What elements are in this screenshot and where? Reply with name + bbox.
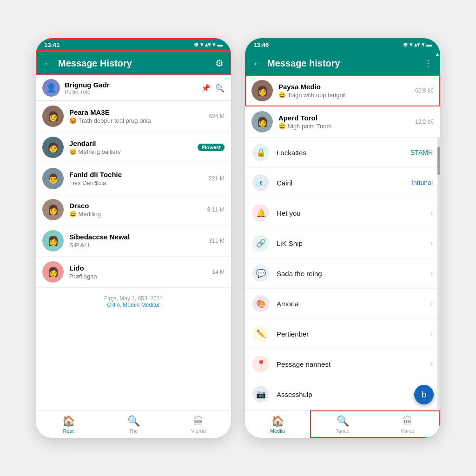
chevron-pessage: › <box>430 360 433 368</box>
contact-info-paysa: Paysa Medio 😄 Toign with opp farignil <box>278 83 410 99</box>
left-nav-the-label: The <box>129 428 138 434</box>
menu-label-assesshulp: Assesshulp <box>277 390 423 398</box>
menu-label-sadareing: Sada the reing <box>277 270 423 278</box>
right-menu-list: 🔒 Locka¢es STAMH 📧 Cairil Inttunal 🔔 Het… <box>245 138 440 410</box>
chevron-hetyou: › <box>430 209 433 217</box>
contact-item-aperd[interactable]: 👩 Aperd Torol 😄 Nigh paim Tuom 12!2 b6 <box>245 106 440 138</box>
avatar-sibedaccse: 👩 <box>42 230 64 251</box>
scrollbar-track <box>437 138 440 410</box>
chevron-amoria: › <box>430 299 433 308</box>
scrollbar-thumb[interactable] <box>437 147 440 175</box>
back-button-right[interactable]: ← <box>252 58 262 69</box>
menu-value-lockares: STAMH <box>410 149 433 156</box>
search-nav-icon-right: 🔍 <box>337 415 349 427</box>
left-phone: 13:41 ⊕▾▴▾▾▬ ← Message History ⚙ 👤 Brign… <box>36 38 231 438</box>
fab-button[interactable]: b <box>414 385 434 404</box>
link-icon: 🔗 <box>252 235 269 251</box>
contact-item-sibedaccse[interactable]: 👩 Sibedaccse Newal SIP ALL 311 M <box>36 225 231 257</box>
edit-icon: ✏️ <box>252 325 269 342</box>
contact-msg-sibedaccse: SIP ALL <box>69 242 204 249</box>
contact-time-lido: 14 M <box>212 269 225 275</box>
left-contact-list: 👩 Peara MA3E 😡 Trath deopur teal prug on… <box>36 101 231 410</box>
contact-msg-drsco: 😄 Mediling <box>69 211 202 218</box>
search-nav-icon-left: 🔍 <box>127 415 140 427</box>
bell-icon: 🔔 <box>252 205 269 221</box>
left-time: 13:41 <box>44 41 60 48</box>
contact-info-peara: Peara MA3E 😡 Trath deopur teal prug onla <box>69 108 204 124</box>
more-options-button[interactable]: ⋮ <box>423 58 433 69</box>
menu-item-cairil[interactable]: 📧 Cairil Inttunal <box>245 168 440 198</box>
left-app-bar: ← Message History ⚙ <box>36 51 231 75</box>
search-name: Brignug Gadr <box>65 81 197 89</box>
left-nav-the[interactable]: 🔍 The <box>101 410 166 438</box>
left-nav-reat[interactable]: 🏠 Reat <box>36 410 101 438</box>
contact-item-peara[interactable]: 👩 Peara MA3E 😡 Trath deopur teal prug on… <box>36 101 231 132</box>
palette-icon: 🎨 <box>252 295 269 312</box>
highlighted-contact[interactable]: 👩 Paysa Medio 😄 Toign with opp farignil … <box>245 75 440 106</box>
right-app-title: Message history <box>267 58 418 69</box>
left-app-title: Message History <box>58 58 210 69</box>
left-nav-vierue[interactable]: 🏛 Vierue <box>166 410 231 438</box>
search-actions: 📌 🔍 <box>201 84 225 93</box>
avatar-fanld: 👨 <box>42 168 64 189</box>
left-footer: Firgs, May 1, 853, 2011 Oiltio, Momin Me… <box>36 288 231 316</box>
contact-time-drsco: 8:11-M <box>207 206 225 213</box>
contact-name-lido: Lido <box>69 264 206 272</box>
home-icon-left: 🏠 <box>62 415 75 427</box>
contact-info-sibedaccse: Sibedaccse Newal SIP ALL <box>69 233 204 249</box>
footer-line1: Firgs, May 1, 853, 2011 <box>43 295 224 302</box>
contact-msg-peara: 😡 Trath deopur teal prug onla <box>69 117 204 124</box>
search-sub: Pollic, rolo <box>65 89 197 95</box>
search-info: Brignug Gadr Pollic, rolo <box>65 81 197 95</box>
menu-item-amoria[interactable]: 🎨 Amoria › <box>245 289 440 319</box>
menu-item-sadareing[interactable]: 💬 Sada the reing › <box>245 258 440 289</box>
contact-name-aperd: Aperd Torol <box>278 114 410 122</box>
contact-msg-paysa: 😄 Toign with opp farignil <box>278 92 410 99</box>
right-nav-karce[interactable]: 🏛 Karce <box>375 410 440 438</box>
left-nav-vierue-label: Vierue <box>191 428 206 434</box>
pin-icon-right: 📍 <box>252 356 269 372</box>
search-icon-left[interactable]: 🔍 <box>215 84 225 93</box>
menu-value-cairil: Inttunal <box>411 179 433 186</box>
avatar-lido: 👩 <box>42 261 64 283</box>
left-status-icons: ⊕▾▴▾▾▬ <box>194 41 223 48</box>
contact-item-fanld[interactable]: 👨 Fanld dli Tochie Fies Denl$oia 221-M <box>36 163 231 194</box>
menu-label-amoria: Amoria <box>277 300 423 308</box>
right-status-icons: ⊕▾▴▾▾▬ <box>403 41 432 48</box>
menu-label-pessage: Pessage riannest <box>277 360 423 368</box>
profile-avatar: 👤 <box>42 79 60 97</box>
right-time: 13:46 <box>253 41 269 48</box>
pin-icon[interactable]: 📌 <box>201 84 211 93</box>
settings-button[interactable]: ⚙ <box>215 58 224 69</box>
contact-msg-aperd: 😄 Nigh paim Tuom <box>278 123 410 130</box>
contact-item-lido[interactable]: 👩 Lido Prøffiagaa 14 M <box>36 257 231 288</box>
footer-line2[interactable]: Oiltio, Momin Meditur <box>43 302 224 308</box>
right-nav-medilu[interactable]: 🏠 Medilu <box>245 410 310 438</box>
menu-item-diye[interactable]: 👤 Diye › <box>245 410 440 410</box>
right-phone: History Momore ↙ 13:46 ⊕▾▴▾▾▬ ← Message … <box>245 38 440 438</box>
menu-item-likship[interactable]: 🔗 LiK Ship › <box>245 228 440 258</box>
left-bottom-nav: 🏠 Reat 🔍 The 🏛 Vierue <box>36 410 231 438</box>
right-app-bar: ← Message history ⋮ ▲ <box>245 51 440 75</box>
contact-time-paysa: 62!8 b6 <box>415 87 434 94</box>
contact-item-drsco[interactable]: 👩 Drsco 😄 Mediling 8:11-M <box>36 194 231 225</box>
contact-time-aperd: 12!2 b6 <box>415 119 434 125</box>
avatar-peara: 👩 <box>42 106 64 127</box>
contact-name-paysa: Paysa Medio <box>278 83 410 91</box>
menu-item-assesshulp[interactable]: 📷 Assesshulp › <box>245 379 440 410</box>
right-nav-medilu-label: Medilu <box>270 428 285 434</box>
menu-item-pertienber[interactable]: ✏️ Pertienber › <box>245 319 440 349</box>
contact-item-jendaril[interactable]: 🧑 Jendaril 😄 Metning balliery Plowest <box>36 132 231 163</box>
right-nav-tance[interactable]: 🔍 Tance <box>310 410 375 438</box>
left-status-bar: 13:41 ⊕▾▴▾▾▬ <box>36 38 231 51</box>
contact-msg-jendaril: 😄 Metning balliery <box>69 148 192 155</box>
contact-info-aperd: Aperd Torol 😄 Nigh paim Tuom <box>278 114 410 130</box>
menu-item-hetyou[interactable]: 🔔 Het you › <box>245 198 440 228</box>
menu-item-lockares[interactable]: 🔒 Locka¢es STAMH <box>245 138 440 168</box>
right-nav-highlight-group: 🔍 Tance 🏛 Karce <box>310 410 440 438</box>
menu-item-pessage[interactable]: 📍 Pessage riannest › <box>245 349 440 379</box>
contact-time-peara: 624 M <box>209 113 225 119</box>
contact-info-drsco: Drsco 😄 Mediling <box>69 202 202 218</box>
back-button-left[interactable]: ← <box>43 58 53 69</box>
contact-name-jendaril: Jendaril <box>69 139 192 147</box>
